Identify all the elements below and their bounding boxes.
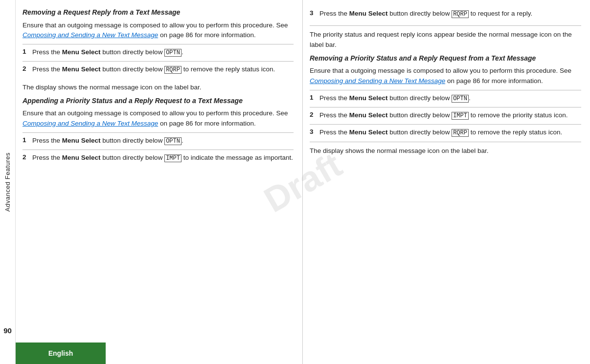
optn-mono-1: OPTN: [164, 49, 182, 57]
sidebar: Advanced Features 90: [0, 0, 16, 364]
step-1-remove-reply: 1 Press the Menu Select button directly …: [23, 44, 294, 60]
divider-2: [310, 142, 581, 142]
menu-select-bold: Menu Select: [62, 48, 101, 56]
step-text-4: Press the Menu Select button directly be…: [32, 153, 294, 163]
menu-select-bold-r3: Menu Select: [349, 10, 388, 17]
step-1-remove-priority: 1 Press the Menu Select button directly …: [310, 90, 581, 106]
step-text-r2: Press the Menu Select button directly be…: [319, 110, 581, 120]
rqrp-mono-r3: RQRP: [452, 10, 469, 18]
normal-msg-note-1: The display shows the normal message ico…: [23, 83, 294, 92]
normal-msg-note-2: The display shows the normal message ico…: [310, 146, 581, 156]
rqrp-mono-r3b: RQRP: [452, 129, 469, 137]
section-removing-reply: Removing a Request Reply from a Text Mes…: [23, 8, 294, 78]
step-2-remove-priority: 2 Press the Menu Select button directly …: [310, 107, 581, 123]
section-appending-priority-intro: Ensure that an outgoing message is compo…: [23, 108, 294, 128]
section-removing-priority-title: Removing a Priority Status and a Reply R…: [310, 54, 581, 64]
menu-select-bold-r1: Menu Select: [349, 94, 388, 102]
step-number-3: 1: [23, 136, 32, 144]
optn-mono-2: OPTN: [164, 137, 182, 145]
step-number-r3: 3: [310, 9, 319, 17]
menu-select-bold-r3b: Menu Select: [349, 128, 388, 136]
intro-text-1: Ensure that an outgoing message is compo…: [23, 21, 288, 29]
step-2-append: 2 Press the Menu Select button directly …: [23, 150, 294, 166]
step-number-1: 1: [23, 47, 32, 55]
section-removing-priority-intro: Ensure that a outgoing message is compos…: [310, 66, 581, 86]
step-text-r3: Press the Menu Select button directly be…: [319, 9, 581, 19]
right-column: 3 Press the Menu Select button directly …: [303, 0, 590, 364]
section-removing-reply-title: Removing a Request Reply from a Text Mes…: [23, 8, 294, 18]
step-number-r3b: 3: [310, 128, 319, 135]
intro-end-1: on page 86 for more information.: [158, 31, 256, 39]
menu-select-bold-r2: Menu Select: [349, 111, 388, 119]
language-label: English: [48, 349, 73, 357]
step-number-r1: 1: [310, 93, 319, 101]
language-bar[interactable]: English: [16, 343, 106, 364]
impt-mono-1: IMPT: [164, 154, 182, 162]
intro-text-3: Ensure that an outgoing message is compo…: [23, 109, 288, 117]
step-text-r1: Press the Menu Select button directly be…: [319, 93, 581, 103]
step-text-r3b: Press the Menu Select button directly be…: [319, 128, 581, 137]
link-composing-3[interactable]: Composing and Sending a New Text Message: [23, 120, 158, 127]
section-removing-priority: Removing a Priority Status and a Reply R…: [310, 54, 581, 141]
step-text-1: Press the Menu Select button directly be…: [32, 47, 294, 57]
step-1-append: 1 Press the Menu Select button directly …: [23, 132, 294, 149]
rqrp-mono-1: RQRP: [164, 66, 182, 74]
sidebar-label: Advanced Features: [4, 152, 11, 212]
step-3-remove-priority: 3 Press the Menu Select button directly …: [310, 124, 581, 140]
intro-text-r2: Ensure that a outgoing message is compos…: [310, 67, 571, 74]
step-text-2: Press the Menu Select button directly be…: [32, 64, 294, 74]
intro-end-r2: on page 86 for more information.: [445, 77, 543, 85]
menu-select-bold-3: Menu Select: [62, 137, 101, 144]
divider-1: [310, 25, 581, 26]
step-2-remove-reply: 2 Press the Menu Select button directly …: [23, 61, 294, 77]
step-number-4: 2: [23, 153, 32, 161]
menu-select-bold-2: Menu Select: [62, 65, 101, 73]
intro-end-3: on page 86 for more information.: [158, 120, 256, 127]
section-removing-reply-intro: Ensure that an outgoing message is compo…: [23, 21, 294, 41]
link-composing-r2[interactable]: Composing and Sending a New Text Message: [310, 77, 445, 85]
link-composing-1[interactable]: Composing and Sending a New Text Message: [23, 31, 158, 39]
section-appending-priority-title: Appending a Priority Status and a Reply …: [23, 96, 294, 106]
section-appending-priority: Appending a Priority Status and a Reply …: [23, 96, 294, 166]
main-content: Draft Removing a Request Reply from a Te…: [16, 0, 590, 364]
priority-note: The priority status and request reply ic…: [310, 30, 581, 50]
step-3-request-reply: 3 Press the Menu Select button directly …: [310, 9, 581, 21]
impt-mono-r2: IMPT: [452, 112, 469, 120]
step-number-2: 2: [23, 64, 32, 72]
step-text-3: Press the Menu Select button directly be…: [32, 136, 294, 146]
menu-select-bold-4: Menu Select: [62, 154, 101, 161]
left-column: Removing a Request Reply from a Text Mes…: [16, 0, 303, 364]
page-number: 90: [3, 326, 12, 335]
step-number-r2: 2: [310, 110, 319, 118]
optn-mono-r1: OPTN: [452, 95, 469, 103]
